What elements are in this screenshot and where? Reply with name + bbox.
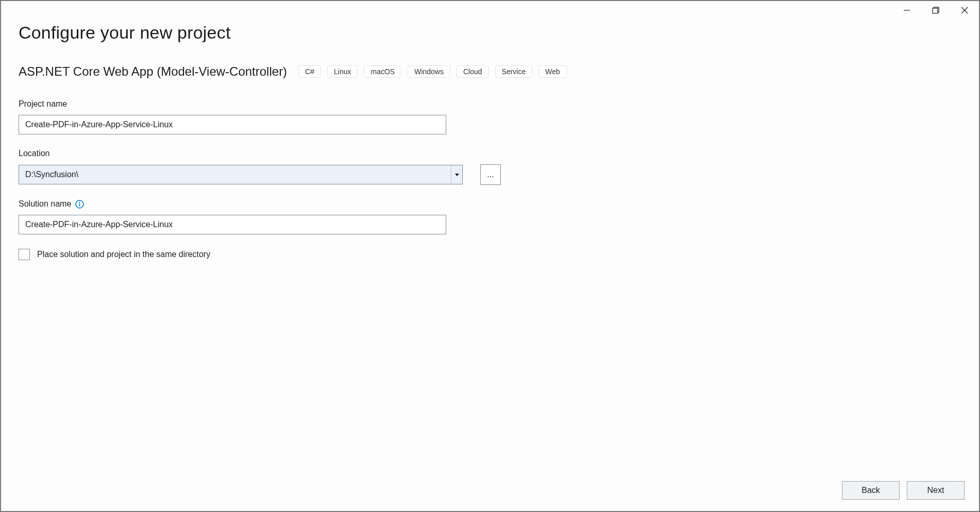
maximize-button[interactable] xyxy=(921,1,950,20)
info-icon[interactable] xyxy=(75,200,84,209)
browse-button[interactable]: ... xyxy=(480,164,501,185)
tag-linux: Linux xyxy=(327,65,358,78)
minimize-icon xyxy=(903,7,910,14)
location-group: Location ... xyxy=(19,149,961,185)
same-directory-checkbox[interactable] xyxy=(19,249,30,260)
minimize-button[interactable] xyxy=(892,1,921,20)
location-combo xyxy=(19,165,463,184)
close-button[interactable] xyxy=(950,1,979,20)
location-label: Location xyxy=(19,149,961,158)
solution-name-label: Solution name xyxy=(19,199,71,209)
solution-name-group: Solution name xyxy=(19,199,961,234)
maximize-icon xyxy=(932,7,939,14)
svg-rect-7 xyxy=(79,203,80,207)
svg-point-6 xyxy=(79,201,80,202)
tag-windows: Windows xyxy=(408,65,450,78)
chevron-down-icon xyxy=(455,174,459,176)
tag-service: Service xyxy=(495,65,533,78)
location-dropdown-button[interactable] xyxy=(451,165,462,184)
tag-web: Web xyxy=(538,65,567,78)
close-icon xyxy=(961,7,968,14)
svg-rect-2 xyxy=(933,8,938,13)
solution-name-input[interactable] xyxy=(19,215,446,234)
tag-cloud: Cloud xyxy=(457,65,489,78)
tag-macos: macOS xyxy=(364,65,401,78)
project-name-group: Project name xyxy=(19,99,961,134)
template-tags: C# Linux macOS Windows Cloud Service Web xyxy=(298,65,567,78)
main-content: Configure your new project ASP.NET Core … xyxy=(1,1,979,260)
same-directory-label: Place solution and project in the same d… xyxy=(37,250,210,259)
tag-csharp: C# xyxy=(298,65,321,78)
location-row: ... xyxy=(19,164,961,185)
same-directory-row: Place solution and project in the same d… xyxy=(19,249,961,260)
solution-name-label-row: Solution name xyxy=(19,199,961,209)
project-name-input[interactable] xyxy=(19,115,446,134)
next-button[interactable]: Next xyxy=(907,481,965,500)
window-titlebar xyxy=(892,1,979,20)
location-input[interactable] xyxy=(19,165,463,184)
template-name: ASP.NET Core Web App (Model-View-Control… xyxy=(19,64,287,79)
back-button[interactable]: Back xyxy=(842,481,900,500)
template-row: ASP.NET Core Web App (Model-View-Control… xyxy=(19,64,961,79)
page-title: Configure your new project xyxy=(19,23,961,43)
footer: Back Next xyxy=(842,481,965,500)
project-name-label: Project name xyxy=(19,99,961,109)
